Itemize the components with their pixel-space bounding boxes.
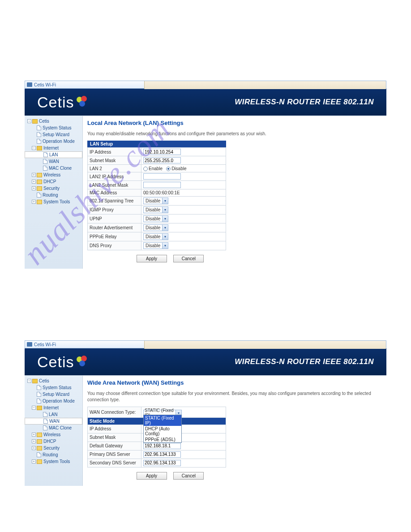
tree-item[interactable]: +System Tools bbox=[25, 198, 82, 205]
tree-item[interactable]: WAN bbox=[25, 158, 82, 165]
tree-item[interactable]: WAN bbox=[25, 418, 82, 425]
radio-option[interactable]: Enable bbox=[143, 166, 163, 171]
tree-item-label[interactable]: DHCP bbox=[43, 438, 56, 444]
tree-item[interactable]: Routing bbox=[25, 451, 82, 458]
select-field[interactable]: Disable▾ bbox=[143, 197, 168, 204]
folder-icon bbox=[37, 459, 42, 464]
tree-root[interactable]: − Cetis bbox=[25, 378, 82, 384]
expand-icon[interactable]: + bbox=[32, 433, 36, 437]
dropdown-option[interactable]: PPPoE (ADSL) bbox=[144, 437, 181, 442]
tree-item[interactable]: MAC Clone bbox=[25, 165, 82, 172]
text-input[interactable] bbox=[143, 443, 181, 449]
tree-item[interactable]: +Wireless bbox=[25, 172, 82, 178]
select-field[interactable]: Disable▾ bbox=[143, 242, 168, 249]
cancel-button[interactable]: Cancel bbox=[173, 255, 204, 262]
tree-item-label[interactable]: Wireless bbox=[43, 432, 60, 438]
tree-item-label[interactable]: Security bbox=[43, 445, 60, 451]
tree-root-label[interactable]: Cetis bbox=[39, 118, 49, 124]
tree-root[interactable]: − Cetis bbox=[25, 118, 82, 124]
tree-item[interactable]: System Status bbox=[25, 384, 82, 391]
page-icon bbox=[37, 452, 41, 457]
tree-item-label[interactable]: System Tools bbox=[43, 459, 70, 464]
tree-item[interactable]: +Wireless bbox=[25, 431, 82, 438]
tree-item-label[interactable]: LAN bbox=[49, 152, 58, 158]
tree-root-label[interactable]: Cetis bbox=[39, 378, 49, 384]
field-label: IP Address bbox=[88, 148, 141, 156]
tree-item[interactable]: +Security bbox=[25, 185, 82, 192]
text-input[interactable] bbox=[143, 460, 181, 466]
tree-item-label[interactable]: MAC Clone bbox=[49, 425, 72, 431]
cancel-button[interactable]: Cancel bbox=[173, 472, 204, 480]
tree-item-label[interactable]: Setup Wizard bbox=[43, 132, 69, 137]
tree-item[interactable]: +Security bbox=[25, 445, 82, 451]
collapse-icon[interactable]: − bbox=[27, 119, 31, 123]
expand-icon[interactable]: + bbox=[32, 459, 36, 463]
expand-icon[interactable]: + bbox=[32, 439, 36, 443]
tree-item-label[interactable]: Security bbox=[43, 185, 60, 191]
chevron-down-icon[interactable]: ▾ bbox=[162, 198, 168, 204]
select-field[interactable]: Disable▾ bbox=[143, 206, 168, 213]
chevron-down-icon[interactable]: ▾ bbox=[162, 216, 168, 222]
chevron-down-icon[interactable]: ▾ bbox=[162, 207, 168, 213]
tree-item[interactable]: Routing bbox=[25, 192, 82, 198]
tree-item-label[interactable]: DHCP bbox=[43, 179, 56, 184]
tree-item-label[interactable]: System Tools bbox=[43, 199, 70, 205]
text-input[interactable] bbox=[143, 451, 181, 458]
chevron-down-icon[interactable]: ▾ bbox=[162, 225, 168, 231]
tree-item[interactable]: −Internet bbox=[25, 404, 82, 411]
collapse-icon[interactable]: − bbox=[32, 406, 36, 410]
tree-item[interactable]: −Internet bbox=[25, 145, 82, 151]
page-header: Cetis WIRELESS-N ROUTER IEEE 802.11N bbox=[25, 89, 386, 116]
tree-item-label[interactable]: System Status bbox=[43, 125, 71, 131]
collapse-icon[interactable]: − bbox=[32, 146, 36, 150]
expand-icon[interactable]: + bbox=[32, 180, 36, 184]
apply-button[interactable]: Apply bbox=[137, 255, 167, 262]
tree-item-label[interactable]: Operation Mode bbox=[43, 398, 75, 404]
button-row: Apply Cancel bbox=[101, 472, 240, 480]
apply-button[interactable]: Apply bbox=[137, 472, 167, 480]
select-value: Disable bbox=[144, 216, 162, 221]
select-field[interactable]: Disable▾ bbox=[143, 233, 168, 240]
collapse-icon[interactable]: − bbox=[27, 379, 31, 383]
tree-item-label[interactable]: WAN bbox=[49, 418, 60, 424]
tree-item[interactable]: Setup Wizard bbox=[25, 391, 82, 398]
tree-item-label[interactable]: Routing bbox=[43, 192, 58, 198]
tree-item[interactable]: LAN bbox=[25, 151, 82, 158]
text-input[interactable] bbox=[143, 182, 181, 188]
tree-item[interactable]: +DHCP bbox=[25, 178, 82, 185]
tree-item[interactable]: System Status bbox=[25, 124, 82, 131]
tree-item-label[interactable]: WAN bbox=[49, 159, 59, 164]
tree-item-label[interactable]: Internet bbox=[43, 145, 59, 151]
select-field[interactable]: Disable▾ bbox=[143, 215, 168, 222]
tree-item-label[interactable]: Setup Wizard bbox=[43, 391, 69, 397]
expand-icon[interactable]: + bbox=[32, 186, 36, 190]
tree-item[interactable]: Operation Mode bbox=[25, 138, 82, 145]
chevron-down-icon[interactable]: ▾ bbox=[162, 234, 168, 240]
text-input[interactable] bbox=[143, 149, 181, 155]
expand-icon[interactable]: + bbox=[32, 173, 36, 177]
dropdown-option[interactable]: STATIC (Fixed IP) bbox=[144, 415, 181, 426]
tree-item[interactable]: Setup Wizard bbox=[25, 131, 82, 138]
dropdown-option[interactable]: DHCP (Auto Config) bbox=[144, 426, 181, 437]
chevron-down-icon[interactable]: ▾ bbox=[162, 243, 168, 249]
tree-item-label[interactable]: Internet bbox=[43, 405, 59, 411]
radio-option[interactable]: Disable bbox=[166, 166, 186, 171]
select-field[interactable]: Disable▾ bbox=[143, 224, 168, 231]
tree-item-label[interactable]: MAC Clone bbox=[49, 165, 72, 171]
tree-item[interactable]: Operation Mode bbox=[25, 398, 82, 404]
tree-item[interactable]: MAC Clone bbox=[25, 425, 82, 431]
tree-item-label[interactable]: Wireless bbox=[43, 172, 60, 178]
tree-item-label[interactable]: System Status bbox=[43, 385, 71, 390]
tree-item-label[interactable]: LAN bbox=[49, 412, 57, 417]
tree-item-label[interactable]: Operation Mode bbox=[43, 138, 75, 144]
tree-item-label[interactable]: Routing bbox=[43, 452, 58, 458]
tree-item[interactable]: +System Tools bbox=[25, 458, 82, 465]
tree-item[interactable]: LAN bbox=[25, 411, 82, 418]
conn-type-dropdown[interactable]: STATIC (Fixed IP) ▾ STATIC (Fixed IP) DH… bbox=[143, 408, 224, 416]
text-input[interactable] bbox=[143, 173, 181, 180]
expand-icon[interactable]: + bbox=[32, 446, 36, 450]
tree-item[interactable]: +DHCP bbox=[25, 438, 82, 445]
expand-icon[interactable]: + bbox=[32, 200, 36, 204]
button-row: Apply Cancel bbox=[101, 255, 240, 262]
text-input[interactable] bbox=[143, 157, 181, 163]
